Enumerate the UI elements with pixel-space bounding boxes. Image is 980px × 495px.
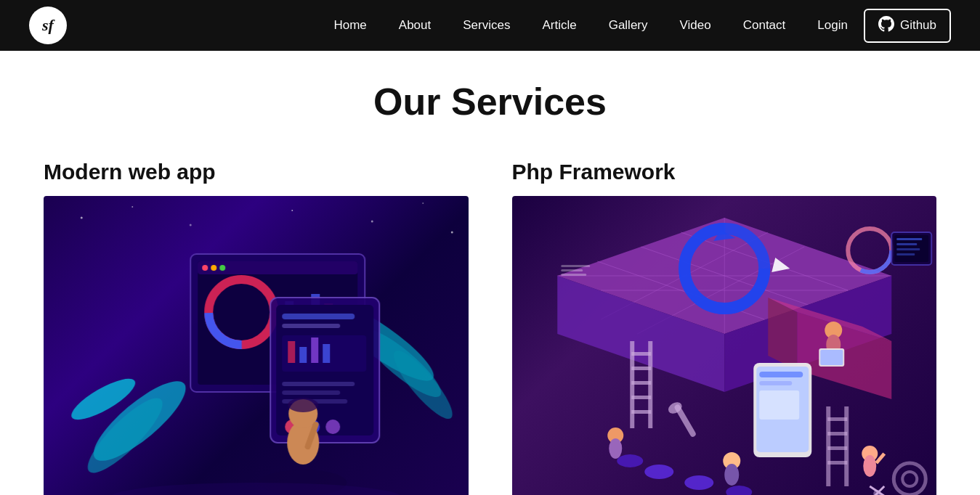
svg-rect-93 [759, 381, 792, 385]
github-icon [878, 16, 894, 36]
svg-point-4 [371, 221, 373, 223]
nav-home[interactable]: Home [317, 0, 382, 51]
svg-rect-38 [282, 390, 340, 395]
svg-rect-70 [631, 381, 651, 385]
svg-rect-71 [631, 396, 651, 399]
nav-gallery[interactable]: Gallery [593, 0, 664, 51]
svg-point-116 [894, 463, 926, 495]
svg-rect-105 [561, 269, 583, 271]
svg-point-27 [219, 265, 225, 271]
svg-rect-31 [282, 324, 340, 328]
svg-point-97 [644, 465, 673, 479]
service-title-php: Php Framework [512, 160, 937, 184]
svg-point-100 [726, 486, 752, 495]
svg-rect-82 [820, 350, 843, 365]
svg-rect-68 [631, 352, 651, 356]
main-content: Our Services Modern web app [0, 51, 980, 495]
logo-text: sf [42, 16, 54, 35]
svg-rect-33 [288, 341, 295, 363]
svg-rect-113 [896, 243, 917, 245]
nav-about[interactable]: About [383, 0, 447, 51]
service-card-php: Php Framework [512, 160, 937, 495]
nav-contact[interactable]: Contact [727, 0, 802, 51]
nav-links: Home About Services Article Gallery Vide… [317, 0, 951, 51]
svg-rect-94 [759, 390, 799, 420]
svg-rect-76 [827, 432, 847, 435]
nav-login[interactable]: Login [801, 0, 864, 51]
svg-point-84 [863, 455, 876, 477]
svg-rect-34 [299, 347, 307, 363]
svg-rect-69 [631, 367, 651, 370]
svg-point-1 [131, 206, 133, 208]
navbar: sf Home About Services Article Gallery V… [0, 0, 980, 51]
service-title-webapp: Modern web app [44, 160, 469, 184]
nav-video[interactable]: Video [664, 0, 727, 51]
svg-point-5 [422, 202, 424, 204]
svg-rect-35 [311, 338, 318, 363]
nav-services[interactable]: Services [447, 0, 526, 51]
page-title: Our Services [44, 80, 936, 123]
svg-rect-104 [561, 265, 590, 267]
service-card-webapp: Modern web app [44, 160, 469, 495]
service-image-webapp [44, 196, 469, 495]
svg-point-0 [81, 217, 83, 219]
svg-rect-37 [282, 382, 355, 386]
svg-rect-77 [827, 446, 847, 450]
services-grid: Modern web app [44, 160, 936, 495]
svg-rect-72 [631, 410, 651, 414]
svg-point-3 [291, 210, 293, 211]
logo[interactable]: sf [29, 7, 67, 44]
svg-point-117 [902, 472, 917, 486]
svg-point-25 [202, 265, 208, 271]
svg-rect-36 [323, 344, 330, 363]
svg-rect-75 [827, 417, 847, 421]
svg-rect-78 [827, 461, 847, 465]
svg-rect-112 [896, 238, 922, 240]
service-image-php [512, 196, 937, 495]
svg-point-87 [609, 438, 622, 459]
svg-rect-114 [896, 248, 920, 250]
svg-point-46 [288, 398, 318, 412]
github-button[interactable]: Github [864, 9, 951, 43]
svg-point-89 [724, 464, 739, 486]
svg-point-2 [190, 224, 192, 226]
svg-rect-92 [759, 372, 803, 377]
svg-point-26 [211, 265, 216, 271]
svg-point-98 [684, 475, 713, 490]
nav-article[interactable]: Article [526, 0, 592, 51]
svg-rect-106 [561, 274, 586, 276]
svg-rect-115 [896, 253, 915, 255]
svg-point-42 [325, 420, 340, 434]
svg-point-12 [386, 344, 460, 425]
svg-point-99 [617, 454, 643, 467]
svg-rect-30 [282, 314, 355, 319]
svg-point-48 [110, 483, 401, 495]
github-label: Github [900, 18, 936, 33]
svg-point-6 [451, 232, 453, 234]
